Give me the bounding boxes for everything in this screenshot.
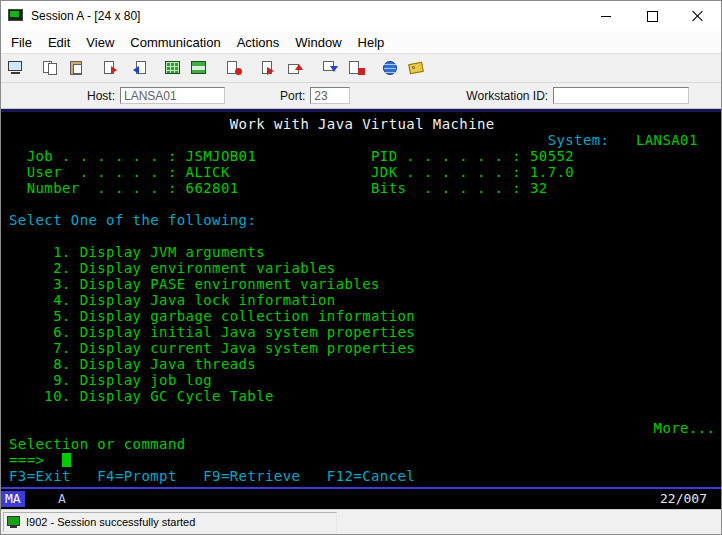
host-input[interactable] bbox=[120, 87, 225, 104]
send-screen-icon bbox=[286, 60, 304, 76]
terminal-text: 10. Display GC Cycle Table bbox=[44, 388, 274, 404]
terminal-row: 10. Display GC Cycle Table bbox=[1, 388, 721, 404]
stop-macro-button[interactable] bbox=[344, 57, 368, 80]
terminal-cursor bbox=[62, 453, 71, 467]
terminal-row: 6. Display initial Java system propertie… bbox=[1, 324, 721, 340]
menu-communication[interactable]: Communication bbox=[122, 33, 228, 52]
terminal-text: 32 bbox=[530, 180, 548, 196]
hostbar: Host: Port: Workstation ID: bbox=[1, 83, 721, 109]
terminal-text-area: Work with Java Virtual MachineSystem:LAN… bbox=[1, 116, 721, 484]
terminal-text: 9. Display job log bbox=[53, 372, 212, 388]
keyboard-map-icon bbox=[408, 60, 426, 76]
host-label: Host: bbox=[87, 89, 115, 103]
maximize-icon bbox=[647, 11, 658, 22]
display-map-button[interactable] bbox=[161, 57, 185, 80]
terminal-text: Work with Java Virtual Machine bbox=[230, 116, 495, 132]
close-button[interactable] bbox=[675, 1, 721, 31]
window-title: Session A - [24 x 80] bbox=[31, 9, 583, 23]
terminal-text: 1. Display JVM arguments bbox=[53, 244, 265, 260]
terminal-text: ALICK bbox=[186, 164, 230, 180]
menubar: File Edit View Communication Actions Win… bbox=[1, 31, 721, 54]
terminal-text: 8. Display Java threads bbox=[53, 356, 256, 372]
terminal-text: 50552 bbox=[530, 148, 574, 164]
menu-edit[interactable]: Edit bbox=[40, 33, 78, 52]
terminal-text: 2. Display environment variables bbox=[53, 260, 336, 276]
app-icon bbox=[8, 9, 24, 23]
terminal-row: User . . . . . :ALICKJDK . . . . . . :1.… bbox=[1, 164, 721, 180]
send-screen-button[interactable] bbox=[283, 57, 307, 80]
terminal-text: Job . . . . . . : bbox=[27, 148, 177, 164]
copy-icon bbox=[42, 60, 60, 76]
terminal-text: System: bbox=[548, 132, 610, 148]
terminal-row: Job . . . . . . :JSMJOB01PID . . . . . .… bbox=[1, 148, 721, 164]
terminal-text: User . . . . . : bbox=[27, 164, 177, 180]
keyboard-map-button[interactable] bbox=[405, 57, 429, 80]
terminal-text: ===> bbox=[9, 452, 44, 468]
paste-icon bbox=[68, 60, 86, 76]
new-session-icon bbox=[7, 60, 25, 76]
minimize-button[interactable] bbox=[583, 1, 629, 31]
send-file-icon bbox=[103, 60, 121, 76]
terminal-row: Number . . . . :662801Bits . . . . . :32 bbox=[1, 180, 721, 196]
terminal-text: PID . . . . . . : bbox=[371, 148, 521, 164]
receive-file-button[interactable] bbox=[126, 57, 150, 80]
menu-view[interactable]: View bbox=[78, 33, 122, 52]
menu-help[interactable]: Help bbox=[350, 33, 393, 52]
menu-file[interactable]: File bbox=[3, 33, 40, 52]
terminal-text: 4. Display Java lock information bbox=[53, 292, 336, 308]
play-macro-icon bbox=[260, 60, 278, 76]
display-map-icon bbox=[164, 60, 182, 76]
play-macro-button[interactable] bbox=[257, 57, 281, 80]
terminal-row bbox=[1, 196, 721, 212]
menu-actions[interactable]: Actions bbox=[229, 33, 288, 52]
titlebar: Session A - [24 x 80] bbox=[1, 1, 721, 31]
cursor-position: 22/007 bbox=[660, 491, 707, 507]
terminal-row: System:LANSA01 bbox=[1, 132, 721, 148]
window-controls bbox=[583, 1, 721, 31]
menu-window[interactable]: Window bbox=[287, 33, 349, 52]
port-input[interactable] bbox=[310, 87, 350, 104]
receive-screen-button[interactable] bbox=[318, 57, 342, 80]
terminal-row: Select One of the following: bbox=[1, 212, 721, 228]
communication-setup-button[interactable] bbox=[379, 57, 403, 80]
oia-session-indicator: A bbox=[58, 491, 66, 507]
terminal-text: Select One of the following: bbox=[9, 212, 256, 228]
oia-status-badge: MA bbox=[1, 491, 25, 507]
terminal-row: 8. Display Java threads bbox=[1, 356, 721, 372]
terminal-text: 662801 bbox=[186, 180, 239, 196]
terminal-text: F3=Exit F4=Prompt F9=Retrieve F12=Cancel bbox=[9, 468, 415, 484]
minimize-icon bbox=[601, 16, 611, 17]
terminal-text: LANSA01 bbox=[636, 132, 698, 148]
color-setup-button[interactable] bbox=[187, 57, 211, 80]
terminal-row: 9. Display job log bbox=[1, 372, 721, 388]
toolbar bbox=[1, 54, 721, 83]
terminal-text: 5. Display garbage collection informatio… bbox=[53, 308, 415, 324]
terminal-screen[interactable]: Work with Java Virtual MachineSystem:LAN… bbox=[1, 112, 721, 509]
terminal-row bbox=[1, 228, 721, 244]
maximize-button[interactable] bbox=[629, 1, 675, 31]
terminal-row: 2. Display environment variables bbox=[1, 260, 721, 276]
copy-button[interactable] bbox=[39, 57, 63, 80]
paste-button[interactable] bbox=[65, 57, 89, 80]
terminal-row: More... bbox=[1, 420, 721, 436]
status-panel: I902 - Session successfully started bbox=[3, 512, 337, 532]
receive-file-icon bbox=[129, 60, 147, 76]
terminal-row: 5. Display garbage collection informatio… bbox=[1, 308, 721, 324]
port-label: Port: bbox=[280, 89, 305, 103]
oia-row: MA A 22/007 bbox=[1, 491, 721, 507]
terminal-text: 6. Display initial Java system propertie… bbox=[53, 324, 415, 340]
record-macro-button[interactable] bbox=[222, 57, 246, 80]
terminal-text: 7. Display current Java system propertie… bbox=[53, 340, 415, 356]
terminal-row bbox=[1, 404, 721, 420]
workstation-label: Workstation ID: bbox=[466, 89, 548, 103]
new-session-button[interactable] bbox=[4, 57, 28, 80]
record-macro-icon bbox=[225, 60, 243, 76]
terminal-row: 1. Display JVM arguments bbox=[1, 244, 721, 260]
terminal-row: 7. Display current Java system propertie… bbox=[1, 340, 721, 356]
receive-screen-icon bbox=[321, 60, 339, 76]
send-file-button[interactable] bbox=[100, 57, 124, 80]
close-icon bbox=[692, 10, 704, 22]
color-setup-icon bbox=[190, 60, 208, 76]
workstation-input[interactable] bbox=[553, 87, 689, 104]
statusbar: I902 - Session successfully started bbox=[1, 509, 721, 534]
